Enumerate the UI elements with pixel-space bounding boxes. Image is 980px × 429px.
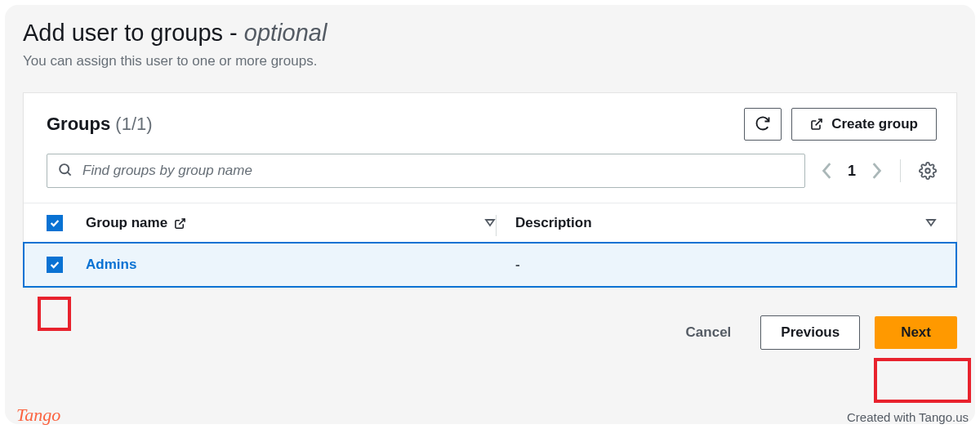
svg-marker-6 [927,220,935,226]
refresh-button[interactable] [744,108,782,141]
refresh-icon [755,115,771,134]
column-group-name[interactable]: Group name [86,215,496,231]
pagination-divider [900,159,901,182]
table-row[interactable]: Admins - [24,243,956,287]
pagination: 1 [822,159,937,182]
table-header: Group name Description [24,203,956,243]
panel-actions: Create group [744,108,937,141]
svg-line-2 [68,172,71,175]
row-checkbox[interactable] [47,257,63,273]
previous-button[interactable]: Previous [760,315,860,350]
watermark-logo: Tango [16,404,60,426]
page-title-text: Add user to groups - [23,20,244,46]
header-checkbox-cell [47,215,86,231]
sort-icon[interactable] [925,215,937,231]
row-description-cell: - [496,257,937,273]
row-checkbox-cell [47,257,86,273]
svg-line-4 [179,218,185,224]
page-header: Add user to groups - optional You can as… [23,20,957,69]
row-group-name-cell: Admins [86,257,496,273]
column-group-name-label: Group name [86,215,167,231]
panel-title: Groups (1/1) [47,114,153,135]
watermark-text: Created with Tango.us [847,410,969,424]
page-title-optional: optional [244,20,327,46]
svg-point-1 [60,164,69,173]
group-name-link[interactable]: Admins [86,257,136,273]
footer-actions: Cancel Previous Next [23,288,957,350]
svg-marker-5 [486,220,494,226]
search-pagination-row: 1 [24,154,956,203]
settings-icon[interactable] [919,162,937,180]
groups-panel: Groups (1/1) [23,92,957,288]
panel-title-count: (1/1) [115,114,152,134]
page-title: Add user to groups - optional [23,20,957,47]
external-link-icon [174,217,186,230]
svg-point-3 [925,168,930,173]
column-description-label: Description [515,215,592,231]
search-input[interactable] [82,163,795,179]
column-divider [496,215,497,236]
panel-header: Groups (1/1) [24,93,956,154]
create-group-button[interactable]: Create group [791,108,937,141]
cancel-button[interactable]: Cancel [671,324,746,341]
highlight-annotation-next [874,358,971,403]
column-description[interactable]: Description [496,215,937,231]
sort-icon[interactable] [484,215,496,231]
pagination-page: 1 [848,163,856,180]
pagination-prev-icon[interactable] [822,162,833,180]
search-box[interactable] [47,154,805,188]
select-all-checkbox[interactable] [47,215,63,231]
page-subtitle: You can assign this user to one or more … [23,53,957,69]
description-value: - [515,257,520,273]
svg-line-0 [816,119,822,125]
panel-title-text: Groups [47,114,110,134]
external-link-icon [810,118,823,131]
create-group-label: Create group [831,116,918,132]
next-button[interactable]: Next [875,316,957,349]
search-icon [57,162,73,181]
pagination-next-icon[interactable] [871,162,882,180]
